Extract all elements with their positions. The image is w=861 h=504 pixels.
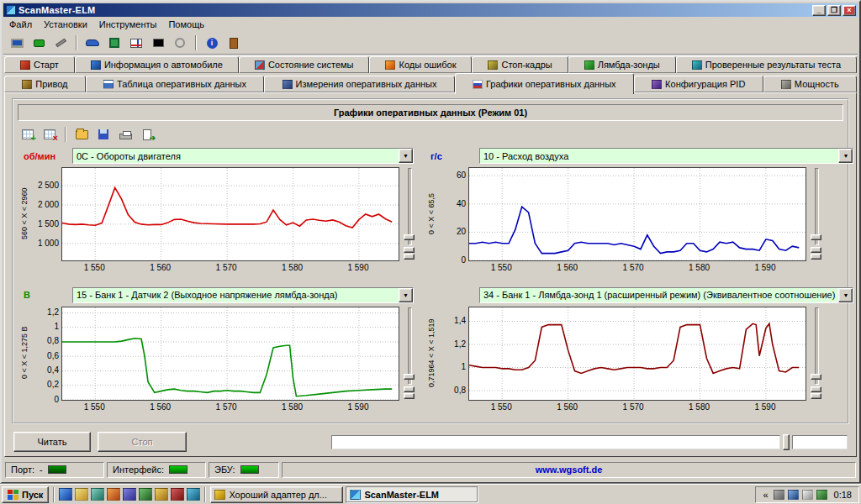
add-graph-icon[interactable]: +: [18, 125, 38, 144]
tab-system-status[interactable]: Состояние системы: [239, 56, 370, 73]
y-scale-slider[interactable]: [403, 167, 415, 260]
chart-icon[interactable]: [126, 34, 146, 52]
y-scale-slider[interactable]: [810, 167, 822, 260]
tab-pid-config[interactable]: Конфигурация PID: [634, 76, 763, 92]
y-tick-label: 0,6: [47, 350, 59, 360]
quicklaunch-show-desktop-icon[interactable]: [91, 488, 104, 501]
stop-icon[interactable]: [170, 34, 190, 52]
slider-button-down[interactable]: [404, 393, 415, 399]
x-tick-label: 1 550: [84, 263, 105, 272]
network-icon[interactable]: [788, 490, 799, 500]
plot-area[interactable]: [62, 307, 399, 400]
chevron-down-icon[interactable]: ▼: [838, 288, 853, 302]
export-icon[interactable]: [137, 125, 157, 144]
volume-icon[interactable]: [774, 490, 784, 500]
y-tick-label: 1: [461, 362, 466, 371]
slider-button-up[interactable]: [404, 386, 415, 392]
quicklaunch-media-player-icon[interactable]: [107, 488, 120, 501]
tab-power[interactable]: Мощность: [763, 76, 857, 92]
tools-icon[interactable]: [50, 34, 71, 52]
x-tick-label: 1 570: [623, 402, 644, 412]
tab-lambda-sensors[interactable]: Лямбда-зонды: [568, 56, 676, 73]
taskbar-task-adapter[interactable]: Хороший адаптер дл...: [210, 486, 343, 503]
plot-area[interactable]: [469, 168, 806, 260]
ecu-chip-icon[interactable]: [104, 34, 124, 52]
vehicle-icon[interactable]: [82, 34, 103, 52]
y-scale-slider[interactable]: [403, 307, 415, 399]
info-icon[interactable]: i: [202, 34, 222, 52]
trackbar-thumb[interactable]: [783, 434, 790, 450]
tab-start[interactable]: Старт: [4, 56, 75, 73]
remove-graph-icon[interactable]: ×: [40, 125, 60, 144]
exit-icon[interactable]: [224, 34, 244, 52]
close-button[interactable]: ×: [843, 5, 856, 16]
chevron-down-icon[interactable]: ▼: [399, 288, 413, 302]
terminal-icon[interactable]: [148, 34, 168, 52]
quicklaunch-ie-icon[interactable]: [59, 488, 72, 501]
slider-thumb[interactable]: [811, 234, 821, 240]
pid-select-rpm[interactable]: 0C - Обороты двигателя ▼: [72, 148, 414, 164]
tab-freeze-frames[interactable]: Стоп-кадры: [472, 56, 568, 73]
ecu-label: ЭБУ:: [214, 465, 235, 475]
buffer-bar: [792, 435, 848, 449]
save-icon[interactable]: [93, 125, 114, 144]
menu-tools[interactable]: Инструменты: [93, 18, 163, 31]
chevron-down-icon[interactable]: ▼: [399, 149, 413, 163]
quicklaunch-msn-icon[interactable]: [187, 488, 200, 501]
slider-button-down[interactable]: [811, 393, 821, 399]
y-tick-label: 1,4: [454, 316, 466, 325]
plot-area[interactable]: [469, 307, 806, 400]
plot-area[interactable]: [62, 168, 399, 260]
chevron-down-icon[interactable]: ▼: [838, 149, 853, 163]
progress-bar: [331, 435, 780, 449]
quicklaunch-explorer-icon[interactable]: [155, 488, 168, 501]
start-button[interactable]: Пуск: [2, 486, 49, 503]
start-label: Пуск: [22, 490, 43, 500]
taskbar-task-scanmaster[interactable]: ScanMaster-ELM: [346, 486, 478, 503]
quicklaunch-winamp-icon[interactable]: [171, 488, 184, 501]
pid-select-lambda[interactable]: 34 - Банк 1 - Лямбда-зонд 1 (расширенный…: [479, 287, 853, 303]
antivirus-icon[interactable]: [816, 490, 827, 500]
connect-plug-icon[interactable]: [29, 34, 49, 52]
read-button[interactable]: Читать: [13, 432, 91, 452]
quicklaunch-word-icon[interactable]: [123, 488, 136, 501]
tab-drive[interactable]: Привод: [4, 76, 86, 92]
tab-strip-row2: Привод Таблица оперативных данных Измере…: [4, 73, 857, 92]
x-tick-label: 1 580: [282, 402, 303, 412]
website-link[interactable]: www.wgsoft.de: [536, 465, 603, 475]
quicklaunch-excel-icon[interactable]: [139, 488, 152, 501]
title-bar[interactable]: ScanMaster-ELM _ ❐ ×: [3, 3, 858, 17]
y-range-label: 0 < X < 65,5: [425, 167, 437, 260]
pid-select-airflow[interactable]: 10 - Расход воздуха ▼: [479, 148, 853, 164]
pid-select-o2[interactable]: 15 - Банк 1 - Датчик 2 (Выходное напряже…: [72, 287, 414, 303]
menu-file[interactable]: Файл: [3, 18, 38, 31]
open-folder-icon[interactable]: [71, 125, 92, 144]
slider-thumb[interactable]: [404, 234, 415, 240]
slider-button-down[interactable]: [811, 254, 821, 260]
slider-button-up[interactable]: [811, 247, 821, 253]
slider-thumb[interactable]: [811, 374, 821, 380]
windows-logo-icon: [8, 490, 18, 500]
tab-live-data-graphs[interactable]: Графики оперативных данных: [455, 73, 634, 94]
tab-vehicle-info[interactable]: Информация о автомобиле: [75, 56, 239, 73]
tab-error-codes[interactable]: Коды ошибок: [369, 56, 472, 73]
y-tick-label: 40: [457, 198, 466, 207]
print-icon[interactable]: [115, 125, 135, 144]
quicklaunch-mail-icon[interactable]: [75, 488, 88, 501]
menu-settings[interactable]: Установки: [38, 18, 93, 31]
minimize-button[interactable]: _: [812, 5, 826, 16]
slider-button-up[interactable]: [404, 247, 415, 253]
freeze-frames-icon: [488, 60, 498, 70]
connect-monitor-icon[interactable]: [7, 34, 27, 52]
tab-test-results[interactable]: Проверенные результаты теста: [676, 56, 857, 73]
y-scale-slider[interactable]: [810, 307, 822, 399]
display-icon[interactable]: [802, 490, 813, 500]
tab-live-data-table[interactable]: Таблица оперативных данных: [86, 76, 265, 92]
menu-help[interactable]: Помощь: [162, 18, 210, 31]
maximize-button[interactable]: ❐: [827, 5, 841, 16]
slider-button-down[interactable]: [404, 254, 415, 260]
collapse-tray-icon[interactable]: «: [761, 490, 769, 500]
slider-button-up[interactable]: [811, 386, 821, 392]
tab-live-data-meters[interactable]: Измерения оперативных данных: [264, 76, 454, 92]
slider-thumb[interactable]: [404, 374, 415, 380]
